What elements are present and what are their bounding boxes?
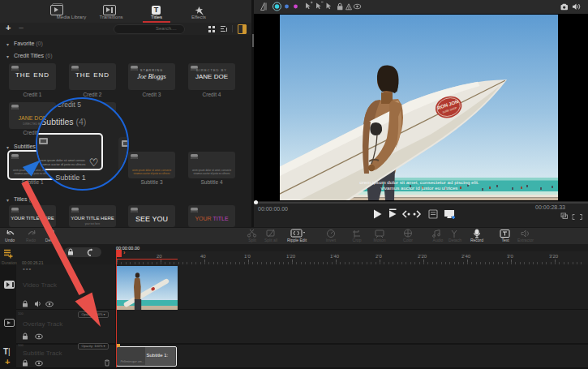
svg-text:2'40: 2'40 [461,254,471,259]
svg-text:Record: Record [470,238,483,242]
svg-text:Ripple Edit: Ripple Edit [287,238,307,242]
svg-text:Split all: Split all [264,238,277,242]
svg-text:1'20: 1'20 [286,254,296,259]
svg-text:Text: Text [501,238,509,242]
svg-text:Color: Color [403,238,413,242]
svg-text:Invert: Invert [326,238,337,242]
svg-text:40: 40 [200,254,206,259]
svg-text:3'20: 3'20 [549,254,559,259]
svg-text:Motion: Motion [373,238,385,242]
svg-text:Detach: Detach [449,238,461,242]
svg-text:Redo: Redo [26,238,36,242]
svg-text:Audio: Audio [433,238,444,242]
svg-text:3'0: 3'0 [507,254,513,259]
svg-text:2'20: 2'20 [418,254,427,259]
svg-text:Extractor: Extractor [517,238,534,242]
svg-text:Delete: Delete [45,238,58,242]
svg-text:vivamus auctor id justor eu ul: vivamus auctor id justor eu ultrices [381,185,458,191]
svg-text:orem ipsum dolor sit amet, co: orem ipsum dolor sit amet, consectetur a… [359,178,479,184]
svg-text:Split: Split [248,238,256,242]
svg-text:1'0: 1'0 [244,254,251,259]
svg-text:1'40: 1'40 [330,254,340,259]
svg-text:Undo: Undo [5,238,15,242]
svg-text:Crop: Crop [353,238,362,242]
svg-text:2'0: 2'0 [376,254,382,259]
